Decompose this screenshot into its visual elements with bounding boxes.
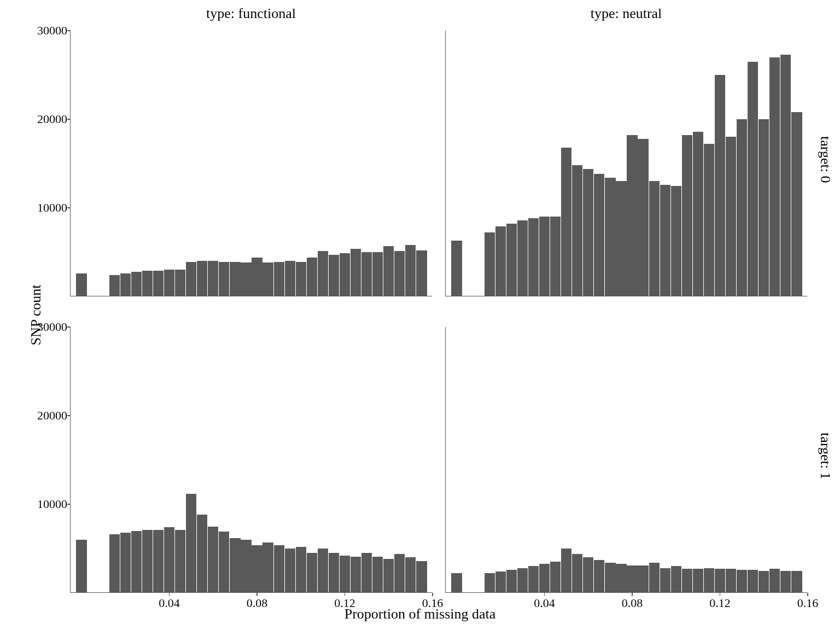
histogram-bar [153,530,164,593]
histogram-bar [383,559,394,593]
facet-row-label-1: target: 1 [817,433,833,479]
plot-area [71,31,432,296]
histogram-bar [372,252,383,296]
histogram-bar [485,573,495,593]
histogram-bar [131,531,142,593]
x-tick-label: 0.08 [622,593,643,610]
histogram-bar [164,270,174,296]
histogram-bar [394,554,405,593]
histogram-bar [748,570,758,593]
histogram-bar [704,568,714,593]
histogram-bar [164,527,174,593]
histogram-bar [682,569,692,593]
histogram-bar [572,554,582,593]
histogram-bar [351,249,361,296]
histogram-bar [759,571,769,593]
histogram-bar [175,270,185,296]
histogram-bar [528,566,539,593]
x-tick-label: 0.12 [709,593,731,610]
y-tick-label: 20000 [37,112,71,126]
histogram-bar [539,564,550,593]
facet-col-label-functional: type: functional [202,5,300,22]
histogram-bar [351,557,361,593]
x-tick-label: 0.04 [159,593,180,610]
histogram-bar [704,144,714,296]
x-tick-label: 0.16 [797,593,819,610]
panel-neutral-1: 0.040.080.120.16 [445,327,807,593]
x-tick-label: 0.08 [247,593,268,610]
histogram-bar [329,255,339,296]
histogram-bar [649,181,660,296]
histogram-bar [495,571,506,593]
histogram-bar [230,538,240,593]
histogram-bar [252,258,262,296]
histogram-bar [583,169,593,296]
histogram-bar [405,245,416,296]
histogram-bar [737,119,747,296]
histogram-bar [791,571,802,593]
histogram-bar [594,560,604,593]
histogram-bar [383,246,394,296]
histogram-bar [605,178,615,296]
histogram-bar [197,261,207,296]
histogram-bar [517,220,528,296]
histogram-bar [506,570,517,593]
histogram-bar [197,515,207,593]
histogram-bar [186,262,196,296]
histogram-bar [307,553,317,593]
histogram-bar [572,165,582,296]
histogram-bar [329,553,339,593]
histogram-bar [120,273,131,296]
histogram-bar [416,561,427,593]
histogram-bar [274,545,284,593]
x-tick-label: 0.12 [334,593,355,610]
histogram-bar [340,253,350,296]
histogram-bar [175,530,185,593]
histogram-bar [550,562,561,593]
x-tick-label: 0.04 [534,593,555,610]
histogram-bar [528,218,539,296]
histogram-bar [241,540,251,593]
histogram-bar [451,573,462,593]
plot-area [71,327,432,593]
histogram-bar [791,112,802,296]
histogram-bar [296,547,306,593]
histogram-bar [638,139,648,296]
histogram-bar [627,565,637,593]
histogram-bar [780,55,791,296]
histogram-bar [318,251,328,296]
histogram-bar [372,557,383,593]
histogram-bar [748,62,758,296]
histogram-bar [219,532,229,593]
histogram-bar [561,549,571,593]
histogram-bar [262,262,273,296]
histogram-bar [627,135,637,296]
histogram-bar [109,534,120,593]
histogram-bar [693,569,703,593]
histogram-bar [660,568,670,593]
histogram-bar [583,557,593,593]
histogram-bar [361,553,372,593]
histogram-bar [186,494,196,593]
histogram-bar [252,545,262,593]
histogram-bar [726,569,736,593]
x-axis-line [71,296,432,296]
histogram-bar [307,258,317,296]
y-tick-label: 30000 [37,320,71,334]
histogram-bar [660,185,670,296]
histogram-bar [131,272,142,296]
histogram-bar [340,556,350,593]
histogram-bar [76,540,86,593]
histogram-bar [495,226,506,296]
histogram-bar [416,250,427,296]
histogram-bar [274,262,284,296]
y-axis-label: SNP count [28,285,44,346]
x-tick-label: 0.16 [422,593,444,610]
histogram-bar [715,569,725,593]
y-tick-label: 20000 [37,409,71,423]
histogram-bar [285,549,295,593]
histogram-bar [451,241,462,296]
histogram-bar [285,261,295,296]
histogram-bar [241,262,251,296]
histogram-bar [219,262,229,296]
